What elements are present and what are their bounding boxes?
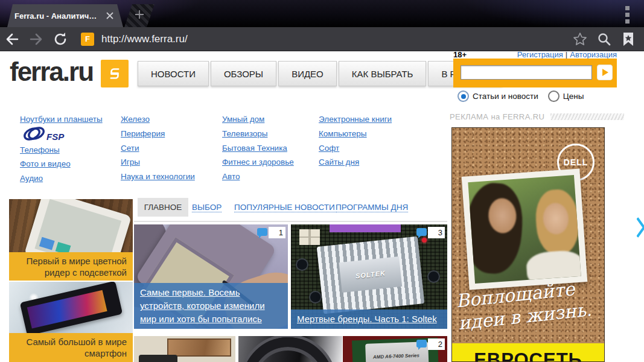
search-panel — [453, 59, 617, 87]
category-link-smarthome[interactable]: Умный дом — [222, 115, 264, 124]
ad-footer-brand: ЕВРОСЕТЬ — [452, 349, 604, 362]
url-text[interactable]: http://www.ferra.ru/ — [101, 33, 568, 45]
category-link-laptops[interactable]: Ноутбуки и планшеты — [20, 115, 103, 124]
nav-news-button[interactable]: НОВОСТИ — [138, 61, 209, 86]
new-tab-button[interactable] — [124, 4, 155, 27]
back-button[interactable] — [0, 28, 24, 50]
category-link-soft[interactable]: Софт — [319, 144, 339, 153]
card-reader-title[interactable]: Первый в мире цветной ридер с подсветкой — [9, 252, 133, 281]
card-reader[interactable]: Первый в мире цветной ридер с подсветкой — [9, 199, 133, 281]
nav-reviews-button[interactable]: ОБЗОРЫ — [211, 61, 276, 86]
search-scope-row: Статьи и новости Цены — [457, 91, 593, 102]
comment-icon — [257, 228, 267, 236]
browser-tab-bar: Ferra.ru - Аналитически… — [0, 0, 644, 27]
nav-video-button[interactable]: ВИДЕО — [278, 61, 337, 86]
search-icon[interactable] — [592, 28, 616, 50]
ad-photo-frame — [462, 168, 588, 290]
tab-close-icon[interactable] — [104, 10, 116, 22]
auth-separator: | — [566, 50, 567, 59]
category-link-peripherals[interactable]: Периферия — [121, 129, 165, 138]
category-link-photo-video[interactable]: Фото и видео — [20, 159, 71, 168]
radio-articles-news[interactable] — [457, 91, 469, 102]
comment-badge: 3 — [416, 227, 445, 238]
ad-footer-band: ЕВРОСЕТЬ — [452, 343, 604, 362]
category-link-ebooks[interactable]: Электронные книги — [319, 115, 392, 124]
comment-count: 1 — [269, 227, 285, 238]
card-first-devices[interactable]: 1 Самые первые. Восемь устройств, которы… — [134, 224, 288, 329]
comment-icon — [416, 228, 427, 236]
refresh-button[interactable] — [48, 28, 72, 50]
ad-label-row: РЕКЛАМА на FERRA.RU — [450, 112, 624, 121]
radio-articles-news-label[interactable]: Статьи и новости — [473, 92, 538, 101]
tab-choice[interactable]: ВЫБОР — [192, 203, 222, 212]
category-link-audio[interactable]: Аудио — [20, 174, 43, 183]
category-link-phones[interactable]: Телефоны — [20, 145, 60, 154]
address-bar: F http://www.ferra.ru/ — [0, 27, 644, 51]
ad-label: РЕКЛАМА на FERRA.RU — [450, 112, 544, 121]
category-link-science[interactable]: Наука и технологии — [121, 172, 195, 181]
card-soltek[interactable]: SOLTEK 3 Мертвые бренды. Часть 1: Soltek — [291, 224, 447, 329]
category-link-appliances[interactable]: Бытовая Техника — [222, 144, 287, 153]
card-soltek-title[interactable]: Мертвые бренды. Часть 1: Soltek — [291, 310, 447, 329]
amd-chip-label: AMD A6-7400 Series — [373, 353, 419, 360]
card-first-devices-title[interactable]: Самые первые. Восемь устройств, которые … — [134, 283, 288, 329]
radio-prices[interactable] — [548, 91, 560, 102]
bookmarks-list-icon[interactable] — [616, 28, 640, 50]
soltek-heatsink-label: SOLTEK — [339, 256, 403, 293]
tabs-divider — [134, 221, 447, 222]
tab-title: Ferra.ru - Аналитически… — [14, 11, 99, 21]
plus-icon — [134, 9, 145, 22]
interior-image — [134, 336, 235, 362]
comment-icon — [416, 340, 427, 348]
category-link-hardware[interactable]: Железо — [121, 115, 150, 124]
nav-howtochoose-button[interactable]: КАК ВЫБРАТЬ — [339, 61, 427, 86]
fsp-logo[interactable]: FSP — [20, 125, 78, 146]
card-phone[interactable]: Самый большой в мире смартфон — [9, 282, 133, 362]
carousel-arrow-icon[interactable] — [637, 217, 644, 240]
comment-badge: 1 — [257, 227, 285, 238]
browser-tab[interactable]: Ferra.ru - Аналитически… — [7, 4, 123, 27]
comment-count: 2 — [428, 338, 445, 350]
search-submit-button[interactable] — [597, 65, 613, 80]
ad-photo — [468, 175, 581, 284]
tab-programs[interactable]: ПРОГРАММЫ ДНЯ — [336, 203, 408, 212]
card-amd[interactable]: AMD A6-7400 Series 2 — [343, 336, 447, 362]
radio-prices-label[interactable]: Цены — [563, 92, 584, 101]
search-input[interactable] — [461, 65, 592, 80]
category-link-sites[interactable]: Сайты дня — [319, 157, 359, 167]
card-interior[interactable] — [134, 336, 235, 362]
category-link-games[interactable]: Игры — [121, 157, 140, 167]
category-link-auto[interactable]: Авто — [222, 172, 240, 181]
headphones-image — [238, 336, 342, 362]
play-icon — [602, 69, 608, 76]
category-link-tv[interactable]: Телевизоры — [222, 129, 267, 138]
overflow-menu-icon[interactable] — [625, 6, 630, 24]
ferra-logo-icon[interactable] — [101, 60, 129, 87]
comment-badge: 2 — [416, 338, 445, 350]
forward-button[interactable] — [24, 28, 48, 50]
site-favicon: F — [81, 33, 94, 46]
svg-text:FSP: FSP — [46, 132, 65, 142]
auth-row: 18+ Регистрация|Авторизация — [453, 50, 617, 59]
dell-ad-banner[interactable]: DELL Воплощайте идеи в жизнь. ЕВРОСЕТЬ — [451, 127, 605, 362]
screen: Ferra.ru - Аналитически… F http://www.fe… — [0, 0, 644, 362]
tab-main[interactable]: ГЛАВНОЕ — [138, 198, 188, 217]
ferra-logo[interactable]: ferra.ru — [10, 57, 93, 87]
category-link-fitness[interactable]: Фитнес и здоровье — [222, 157, 294, 167]
category-link-networks[interactable]: Сети — [121, 144, 139, 153]
card-phone-title[interactable]: Самый большой в мире смартфон — [9, 333, 133, 362]
category-link-computers[interactable]: Компьютеры — [319, 129, 367, 138]
ad-hatch-decoration — [550, 113, 624, 120]
card-headphones[interactable] — [238, 336, 342, 362]
bookmark-star-button[interactable] — [568, 28, 592, 50]
main-nav: НОВОСТИ ОБЗОРЫ ВИДЕО КАК ВЫБРАТЬ В РОССИ… — [138, 61, 504, 86]
age-rating: 18+ — [453, 50, 467, 59]
tab-popular-news[interactable]: ПОПУЛЯРНЫЕ НОВОСТИ — [234, 203, 335, 212]
comment-count: 3 — [428, 227, 445, 238]
